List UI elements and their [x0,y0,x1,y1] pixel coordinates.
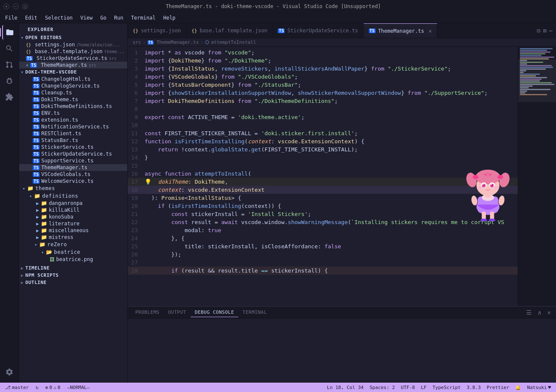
file-welcomeservice[interactable]: TS WelcomeService.ts [19,178,127,185]
file-notificationservice[interactable]: TS NotificationService.ts [19,123,127,130]
status-encoding[interactable]: UTF-8 [399,385,416,390]
panel-clear-btn[interactable]: ☰ [525,308,533,317]
open-file-settings-json[interactable]: {} settings.json /home/alex/con... [19,41,127,48]
menu-view[interactable]: View [77,14,96,22]
code-line-13: 13 return !context.globalState.get(FIRST… [128,145,518,153]
tab-debug-console[interactable]: DEBUG CONSOLE [191,308,239,317]
status-branch[interactable]: ⎇ master [3,385,31,390]
activity-git[interactable] [2,57,17,72]
folder-themes[interactable]: ▾ 📁 themes [19,185,127,192]
panel-collapse-btn[interactable]: ∧ [536,308,543,317]
activity-extensions[interactable] [2,90,17,104]
folder-literature[interactable]: ▶ 📁 literature [19,220,127,227]
maximize-button[interactable]: □ [22,3,28,9]
activity-debug[interactable] [2,74,17,88]
breadcrumb-function[interactable]: attemptToInstall [211,40,256,45]
status-errors[interactable]: ⊗ 0 ⚠ 0 [43,385,62,390]
tab-terminal[interactable]: TERMINAL [238,308,271,317]
menu-terminal[interactable]: Terminal [128,14,159,22]
window-controls[interactable]: × – □ [3,3,28,9]
menu-run[interactable]: Run [111,14,127,22]
folder-killLaKill[interactable]: ▶ 📁 killLaKill [19,207,127,213]
file-changeloghtml[interactable]: TS ChangelogHtml.ts [19,76,127,82]
open-file-sticker-update[interactable]: TS StickerUpdateService.ts src [19,55,127,62]
activity-settings[interactable] [2,365,17,379]
file-supportservice[interactable]: TS SupportService.ts [19,157,127,164]
section-doki-theme[interactable]: ▾ DOKI-THEME-VSCODE [19,68,127,76]
file-vscodeglobals[interactable]: TS VSCodeGlobals.ts [19,171,127,178]
file-extension[interactable]: TS extension.ts [19,116,127,123]
folder-konoSuba[interactable]: ▶ 📁 konoSuba [19,213,127,220]
cursor-position: Ln 18, Col 34 [327,385,364,390]
file-stickerservice[interactable]: TS StickerService.ts [19,144,127,151]
menu-file[interactable]: File [2,14,21,22]
status-language[interactable]: TypeScript [431,385,462,390]
tab-problems[interactable]: PROBLEMS [131,308,164,317]
more-actions-icon[interactable]: ⋯ [549,27,553,34]
ts-icon: TS [33,131,40,136]
folder-rezero[interactable]: ▾ 📁 reZero [19,241,127,248]
status-position[interactable]: Ln 18, Col 34 [325,385,365,390]
panel-close-btn[interactable]: × [546,308,553,317]
tab-base-laf[interactable]: {} base.laf.template.json [186,23,273,38]
section-npm[interactable]: ▶ NPM SCRIPTS [19,272,127,279]
section-timeline[interactable]: ▶ TIMELINE [19,264,127,272]
code-line-27: 27 [128,258,518,267]
code-line-23: 23 modal: true [128,226,518,234]
folder-definitions[interactable]: ▾ 📁 definitions [19,192,127,200]
tab-close-button[interactable]: × [428,28,432,34]
status-prettier[interactable]: Prettier [485,385,511,390]
menu-edit[interactable]: Edit [22,14,41,22]
folder-beatrice[interactable]: ▾ 📂 beatrice [19,248,127,256]
status-prettier-version[interactable]: 3.8.3 [465,385,482,390]
status-notification[interactable]: 🔔 [513,385,523,390]
file-thememanager[interactable]: TS ThemeManager.ts [19,164,127,171]
file-dokitheme[interactable]: TS DokiTheme.ts [19,96,127,103]
menu-selection[interactable]: Selection [42,14,76,22]
folder-icon: 📁 [27,185,34,191]
activity-explorer[interactable] [2,25,17,40]
file-changelogservice[interactable]: TS ChangelogService.ts [19,82,127,89]
file-name: VSCodeGlobals.ts [41,171,91,177]
status-sync[interactable]: ↻ [34,385,40,390]
file-statusbar[interactable]: TS StatusBar.ts [19,137,127,144]
tab-theme-manager[interactable]: TS ThemeManager.ts × [364,23,438,38]
minimize-button[interactable]: – [13,3,19,9]
menu-bar: File Edit Selection View Go Run Terminal… [0,13,556,23]
close-x[interactable]: × [26,63,29,68]
section-open-editors[interactable]: ▾ OPEN EDITORS [19,34,127,41]
tab-settings-json[interactable]: {} settings.json [128,23,186,38]
folder-mistress[interactable]: ▶ 📁 mistress [19,234,127,241]
editor-area[interactable]: 1 import * as vscode from "vscode"; 2 im… [128,47,556,306]
file-beatrice-png[interactable]: 🖼 beatrice.png [19,256,127,263]
menu-go[interactable]: Go [97,14,110,22]
layout-icon[interactable]: ⊞ [543,27,546,34]
file-cleanup[interactable]: TS Cleanup.ts [19,89,127,96]
panel-content[interactable] [128,318,556,383]
code-line-7: 7 import DokiThemeDefinitions from "./Do… [128,97,518,105]
section-outline[interactable]: ▶ OUTLINE [19,279,127,286]
open-file-theme-manager[interactable]: × TS ThemeManager.ts src [19,62,127,68]
settings-icon-btn[interactable] [2,365,17,379]
breadcrumb-src[interactable]: src [133,40,141,45]
tab-sticker-update[interactable]: TS StickerUpdateService.ts [273,23,363,38]
status-natsuki[interactable]: Natsuki ♥ [525,385,553,390]
folder-miscellaneous[interactable]: ▶ 📁 miscellaneous [19,227,127,234]
status-spaces[interactable]: Spaces: 2 [368,385,397,390]
menu-help[interactable]: Help [160,14,179,22]
split-editor-icon[interactable]: ⊟ [537,27,540,34]
status-eol[interactable]: LF [419,385,428,390]
file-dokithemedefs[interactable]: TS DokiThemeDefinitions.ts [19,103,127,110]
file-stickerupdateservice[interactable]: TS StickerUpdateService.ts [19,151,127,157]
file-restclient[interactable]: TS RESTClient.ts [19,130,127,137]
tab-output[interactable]: OUTPUT [164,308,191,317]
file-env[interactable]: TS ENV.ts [19,110,127,116]
chevron-definitions: ▾ [29,194,32,199]
breadcrumb-ts-file[interactable]: TS ThemeManager.ts [148,40,199,45]
code-editor[interactable]: 1 import * as vscode from "vscode"; 2 im… [128,47,518,306]
close-button[interactable]: × [3,3,9,9]
editor-container: {} settings.json {} base.laf.template.js… [128,23,556,383]
activity-search[interactable] [2,41,17,56]
open-file-base-laf[interactable]: {} base.laf.template.json theme... [19,48,127,55]
folder-danganronpa[interactable]: ▶ 📁 danganronpa [19,200,127,207]
